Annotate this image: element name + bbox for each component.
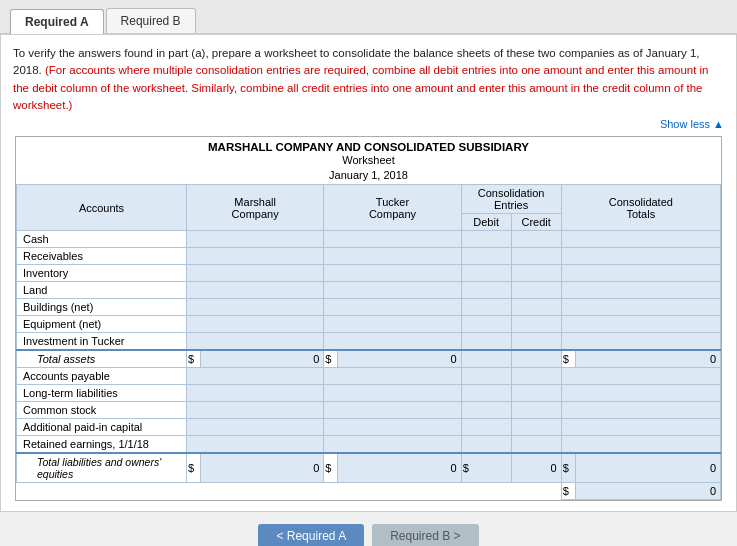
tucker-ap[interactable] [324,368,461,385]
credit-investment[interactable] [511,333,561,351]
consolidated-land[interactable] [561,282,720,299]
final-consolidated-value[interactable]: 0 [575,483,720,500]
debit-equipment[interactable] [461,316,511,333]
marshall-ltl[interactable] [187,385,324,402]
debit-total-liab-value[interactable]: 0 [511,453,561,483]
debit-total[interactable] [461,350,511,368]
consolidated-buildings[interactable] [561,299,720,316]
credit-land[interactable] [511,282,561,299]
consolidated-receivables[interactable] [561,248,720,265]
debit-cash[interactable] [461,231,511,248]
table-row: Equipment (net) [17,316,721,333]
col-marshall: MarshallCompany [187,185,324,231]
marshall-cash[interactable] [187,231,324,248]
tucker-buildings[interactable] [324,299,461,316]
total-liabilities-label: Total liabilities and owners' equities [17,453,187,483]
table-row: Receivables [17,248,721,265]
account-label: Retained earnings, 1/1/18 [17,436,187,454]
tab-required-b[interactable]: Required B [106,8,196,33]
tucker-cs[interactable] [324,402,461,419]
credit-total-liab-dollar: $ [561,453,575,483]
marshall-ap[interactable] [187,368,324,385]
debit-ap[interactable] [461,368,511,385]
tucker-receivables[interactable] [324,248,461,265]
col-credit: Credit [511,214,561,231]
debit-cs[interactable] [461,402,511,419]
table-row: Accounts payable [17,368,721,385]
consolidated-ap[interactable] [561,368,720,385]
prev-button[interactable]: < Required A [258,524,364,546]
account-label: Receivables [17,248,187,265]
credit-buildings[interactable] [511,299,561,316]
consolidated-apic[interactable] [561,419,720,436]
debit-receivables[interactable] [461,248,511,265]
consolidated-investment[interactable] [561,333,720,351]
debit-ltl[interactable] [461,385,511,402]
table-row: Additional paid-in capital [17,419,721,436]
credit-receivables[interactable] [511,248,561,265]
marshall-apic[interactable] [187,419,324,436]
tucker-apic[interactable] [324,419,461,436]
marshall-inventory[interactable] [187,265,324,282]
tucker-inventory[interactable] [324,265,461,282]
account-label: Inventory [17,265,187,282]
consolidated-re[interactable] [561,436,720,454]
credit-total-liab-value[interactable]: 0 [575,453,720,483]
credit-ltl[interactable] [511,385,561,402]
consolidated-inventory[interactable] [561,265,720,282]
tucker-land[interactable] [324,282,461,299]
worksheet-container: MARSHALL COMPANY AND CONSOLIDATED SUBSID… [15,136,722,501]
credit-total[interactable] [511,350,561,368]
consolidated-ltl[interactable] [561,385,720,402]
tucker-re[interactable] [324,436,461,454]
debit-investment[interactable] [461,333,511,351]
account-label: Accounts payable [17,368,187,385]
tucker-cash[interactable] [324,231,461,248]
debit-land[interactable] [461,282,511,299]
tucker-investment[interactable] [324,333,461,351]
table-row: Retained earnings, 1/1/18 [17,436,721,454]
consolidated-cash[interactable] [561,231,720,248]
col-tucker: TuckerCompany [324,185,461,231]
marshall-land[interactable] [187,282,324,299]
marshall-cs[interactable] [187,402,324,419]
next-button[interactable]: Required B > [372,524,478,546]
show-less-link[interactable]: Show less [13,118,724,130]
col-debit: Debit [461,214,511,231]
credit-apic[interactable] [511,419,561,436]
tucker-total-value[interactable]: 0 [338,350,461,368]
worksheet-subtitle1: Worksheet [16,154,721,169]
debit-buildings[interactable] [461,299,511,316]
account-label: Buildings (net) [17,299,187,316]
marshall-total-value[interactable]: 0 [201,350,324,368]
marshall-receivables[interactable] [187,248,324,265]
debit-re[interactable] [461,436,511,454]
credit-cs[interactable] [511,402,561,419]
credit-re[interactable] [511,436,561,454]
credit-ap[interactable] [511,368,561,385]
marshall-total-liab-value[interactable]: 0 [201,453,324,483]
consolidated-total-dollar: $ [561,350,575,368]
marshall-buildings[interactable] [187,299,324,316]
credit-equipment[interactable] [511,316,561,333]
marshall-equipment[interactable] [187,316,324,333]
marshall-re[interactable] [187,436,324,454]
tucker-equipment[interactable] [324,316,461,333]
credit-cash[interactable] [511,231,561,248]
tucker-ltl[interactable] [324,385,461,402]
consolidated-equipment[interactable] [561,316,720,333]
total-assets-label: Total assets [17,350,187,368]
consolidated-cs[interactable] [561,402,720,419]
debit-inventory[interactable] [461,265,511,282]
tab-required-a[interactable]: Required A [10,9,104,34]
debit-apic[interactable] [461,419,511,436]
instruction-main: To verify the answers found in part (a),… [13,45,724,114]
marshall-investment[interactable] [187,333,324,351]
credit-inventory[interactable] [511,265,561,282]
consolidated-total-value[interactable]: 0 [575,350,720,368]
worksheet-title: MARSHALL COMPANY AND CONSOLIDATED SUBSID… [16,137,721,154]
content-area: To verify the answers found in part (a),… [0,34,737,512]
debit-total-liab-dollar: $ [461,453,511,483]
account-label: Investment in Tucker [17,333,187,351]
tucker-total-liab-value[interactable]: 0 [338,453,461,483]
